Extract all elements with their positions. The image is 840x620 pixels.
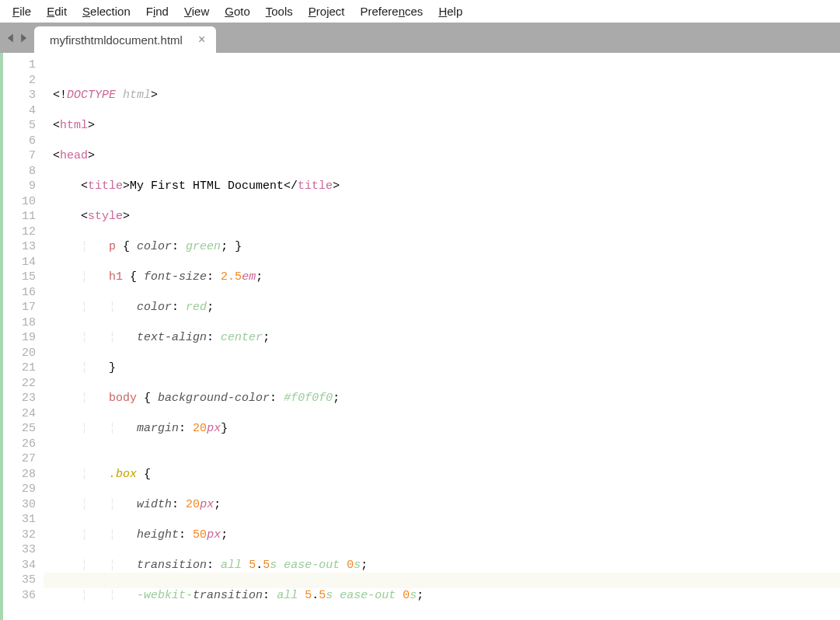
tab-bar: myfirsthtmldocument.html ×	[0, 23, 840, 53]
menu-help[interactable]: Help	[430, 3, 470, 19]
tab-close-icon[interactable]: ×	[198, 33, 205, 47]
code-editor[interactable]: 1234567891011121314151617181920212223242…	[0, 53, 840, 620]
tab-file[interactable]: myfirsthtmldocument.html ×	[34, 26, 216, 53]
menu-edit[interactable]: Edit	[39, 3, 75, 19]
line-gutter: 1234567891011121314151617181920212223242…	[0, 53, 44, 620]
menu-selection[interactable]: Selection	[75, 3, 138, 19]
nav-forward-icon[interactable]	[18, 33, 29, 44]
current-line-highlight	[44, 573, 840, 588]
menu-bar: File Edit Selection Find View Goto Tools…	[0, 0, 840, 23]
modified-marker	[0, 53, 3, 620]
menu-goto[interactable]: Goto	[217, 3, 258, 19]
menu-file[interactable]: File	[5, 3, 39, 19]
menu-preferences[interactable]: Preferences	[352, 3, 430, 19]
code-area[interactable]: <!DOCTYPE html> <html> <head> <title>My …	[44, 53, 840, 620]
menu-view[interactable]: View	[176, 3, 217, 19]
menu-tools[interactable]: Tools	[258, 3, 301, 19]
menu-find[interactable]: Find	[138, 3, 176, 19]
menu-project[interactable]: Project	[301, 3, 353, 19]
tab-filename: myfirsthtmldocument.html	[50, 33, 183, 47]
nav-back-icon[interactable]	[5, 33, 16, 44]
